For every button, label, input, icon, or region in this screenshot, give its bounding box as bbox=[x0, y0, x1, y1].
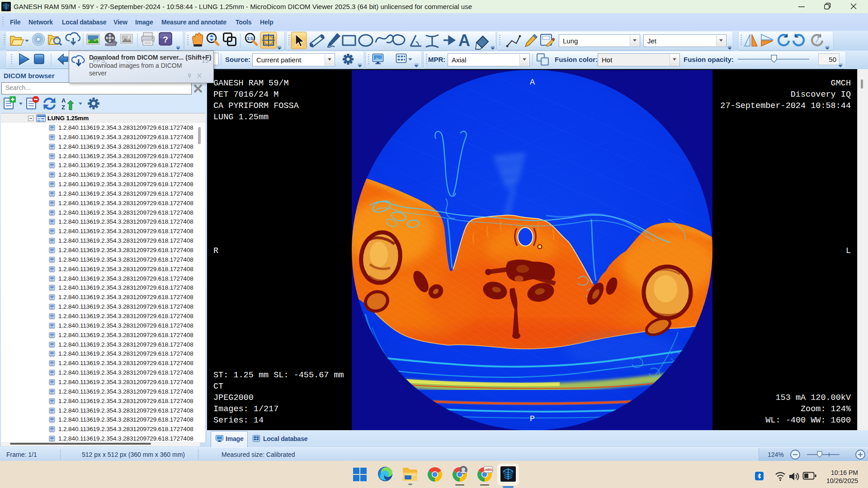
svg-text:?: ? bbox=[163, 35, 168, 44]
svg-text:A: A bbox=[61, 97, 66, 104]
svg-text:Z: Z bbox=[61, 104, 65, 111]
svg-text:LABEL: LABEL bbox=[483, 468, 493, 471]
svg-text:A: A bbox=[458, 31, 470, 50]
svg-text:1:1: 1:1 bbox=[247, 36, 253, 41]
